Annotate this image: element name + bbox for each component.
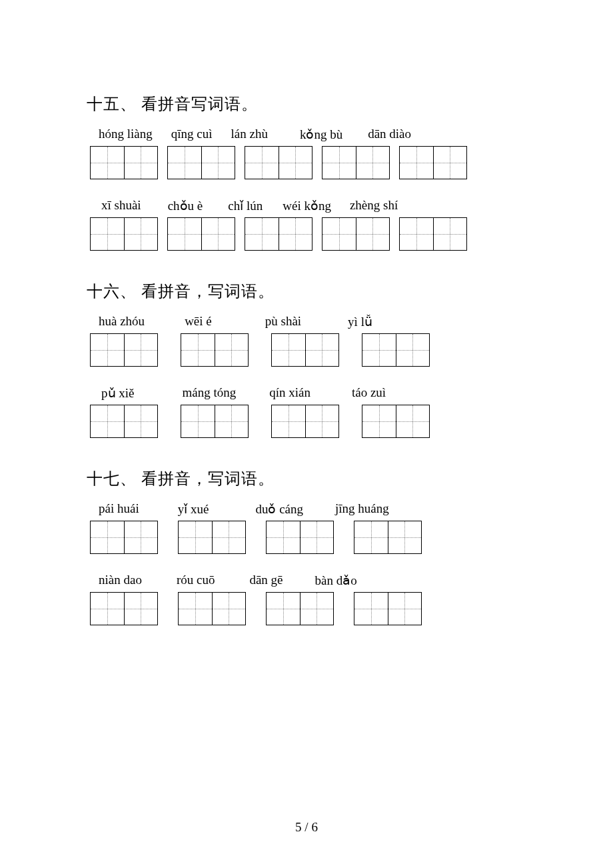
tianzi-box[interactable]: [90, 521, 158, 554]
answer-box-row: [90, 217, 526, 251]
tianzi-box[interactable]: [362, 405, 430, 438]
pinyin-label: chǒu è: [168, 198, 203, 213]
tianzi-box[interactable]: [90, 592, 158, 625]
tianzi-box[interactable]: [271, 405, 339, 438]
pinyin-row: xī shuài chǒu è chǐ lún wéi kǒng zhèng s…: [101, 198, 526, 213]
section-title: 十六、 看拼音，写词语。: [87, 281, 526, 302]
pinyin-label: niàn dao: [99, 573, 142, 588]
tianzi-box[interactable]: [245, 217, 312, 251]
pinyin-label: bàn dǎo: [315, 573, 357, 588]
tianzi-box[interactable]: [245, 146, 312, 179]
pinyin-label: táo zuì: [352, 385, 386, 401]
pinyin-row: huà zhóu wēi é pù shài yì lǚ: [99, 314, 526, 329]
tianzi-box[interactable]: [399, 217, 467, 251]
section-16: 十六、 看拼音，写词语。 huà zhóu wēi é pù shài yì l…: [87, 281, 526, 438]
tianzi-box[interactable]: [90, 146, 158, 179]
pinyin-label: yǐ xué: [178, 501, 209, 517]
answer-box-row: [90, 333, 526, 367]
tianzi-box[interactable]: [90, 405, 158, 438]
tianzi-box[interactable]: [354, 521, 422, 554]
pinyin-row: hóng liàng qīng cuì lán zhù kǒng bù dān …: [99, 127, 526, 142]
pinyin-label: qín xián: [269, 385, 310, 401]
section-15: 十五、 看拼音写词语。 hóng liàng qīng cuì lán zhù …: [87, 93, 526, 251]
pinyin-label: jīng huáng: [335, 501, 389, 517]
tianzi-box[interactable]: [178, 592, 246, 625]
tianzi-box[interactable]: [266, 592, 334, 625]
section-17: 十七、 看拼音，写词语。 pái huái yǐ xué duǒ cáng jī…: [87, 468, 526, 625]
tianzi-box[interactable]: [322, 217, 390, 251]
pinyin-row: pái huái yǐ xué duǒ cáng jīng huáng: [99, 501, 526, 517]
answer-box-row: [90, 521, 526, 554]
tianzi-box[interactable]: [90, 217, 158, 251]
pinyin-label: dān diào: [368, 127, 411, 142]
answer-box-row: [90, 592, 526, 625]
pinyin-row: niàn dao róu cuō dān gē bàn dǎo: [99, 573, 526, 588]
tianzi-box[interactable]: [399, 146, 467, 179]
answer-box-row: [90, 405, 526, 438]
pinyin-label: qīng cuì: [171, 127, 213, 142]
tianzi-box[interactable]: [181, 405, 249, 438]
tianzi-box[interactable]: [167, 146, 235, 179]
tianzi-box[interactable]: [354, 592, 422, 625]
pinyin-label: zhèng shí: [350, 198, 398, 213]
pinyin-label: wéi kǒng: [283, 198, 331, 213]
pinyin-label: yì lǚ: [348, 314, 372, 329]
pinyin-label: xī shuài: [101, 198, 141, 213]
tianzi-box[interactable]: [271, 333, 339, 367]
pinyin-label: hóng liàng: [99, 127, 153, 142]
pinyin-label: pǔ xiě: [101, 385, 134, 401]
pinyin-label: pù shài: [265, 314, 301, 329]
pinyin-label: róu cuō: [177, 573, 215, 588]
pinyin-label: duǒ cáng: [255, 501, 303, 517]
pinyin-label: lán zhù: [231, 127, 268, 142]
tianzi-box[interactable]: [178, 521, 246, 554]
page-number: 5 / 6: [0, 820, 613, 835]
answer-box-row: [90, 146, 526, 179]
pinyin-label: wēi é: [185, 314, 212, 329]
section-title: 十五、 看拼音写词语。: [87, 93, 526, 115]
pinyin-label: huà zhóu: [99, 314, 145, 329]
pinyin-label: kǒng bù: [300, 127, 342, 142]
tianzi-box[interactable]: [322, 146, 390, 179]
pinyin-label: pái huái: [99, 501, 139, 517]
tianzi-box[interactable]: [362, 333, 430, 367]
tianzi-box[interactable]: [266, 521, 334, 554]
tianzi-box[interactable]: [181, 333, 249, 367]
tianzi-box[interactable]: [90, 333, 158, 367]
pinyin-row: pǔ xiě máng tóng qín xián táo zuì: [101, 385, 526, 401]
tianzi-box[interactable]: [167, 217, 235, 251]
pinyin-label: dān gē: [249, 573, 283, 588]
pinyin-label: máng tóng: [182, 385, 236, 401]
worksheet-page: 十五、 看拼音写词语。 hóng liàng qīng cuì lán zhù …: [0, 0, 613, 695]
section-title: 十七、 看拼音，写词语。: [87, 468, 526, 489]
pinyin-label: chǐ lún: [228, 198, 263, 213]
